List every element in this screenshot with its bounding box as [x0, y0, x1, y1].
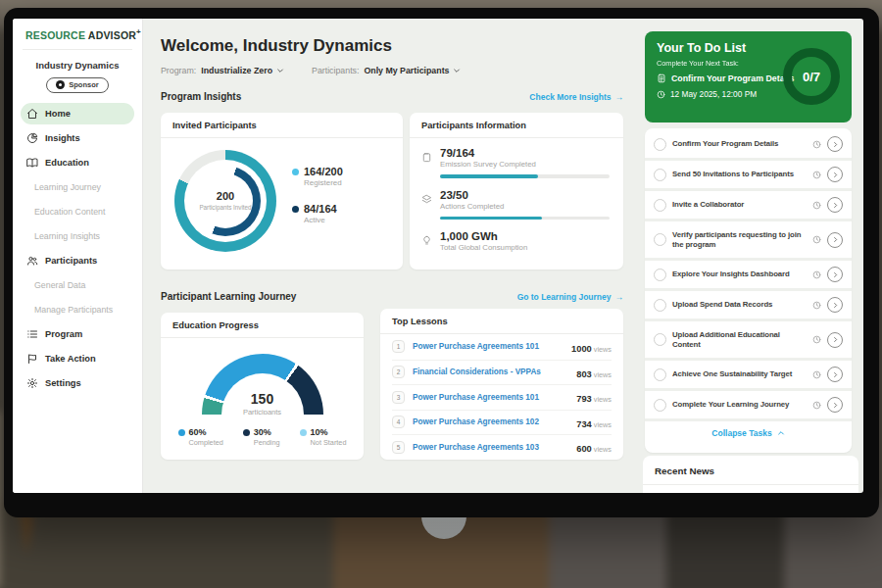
sidebar-item-label: Participants: [45, 256, 97, 266]
legend-active: 84/164 Active: [292, 203, 343, 224]
task-checkbox[interactable]: [654, 169, 666, 181]
chevron-right-icon: [832, 141, 839, 148]
insights-icon: [26, 132, 38, 144]
take-action-icon: [26, 353, 38, 365]
task-open-button[interactable]: [827, 232, 843, 248]
lesson-row: 2 Financial Considerations - VPPAs 803vi…: [392, 360, 612, 385]
sidebar-item-education-content[interactable]: Education Content: [21, 201, 134, 222]
legend-completed: 60% Completed: [178, 427, 223, 447]
sidebar-item-home[interactable]: Home: [21, 103, 134, 124]
chevron-right-icon: [832, 371, 839, 378]
invited-participants-card: Invited Participants 200 Participants In…: [161, 113, 403, 270]
task-open-button[interactable]: [827, 397, 843, 413]
sidebar-item-take-action[interactable]: Take Action: [21, 348, 134, 369]
lesson-link[interactable]: Power Purchase Agreements 103: [413, 443, 568, 452]
invited-participants-body: 200 Participants Invited 164/200 Registe…: [161, 138, 403, 252]
sidebar-item-program[interactable]: Program: [21, 323, 134, 345]
sidebar-item-label: Learning Journey: [34, 182, 101, 192]
task-row: Complete Your Learning Journey: [645, 391, 852, 421]
document-icon: [657, 74, 666, 83]
lesson-views: 600: [576, 444, 592, 454]
lesson-views: 793: [576, 394, 592, 404]
task-checkbox[interactable]: [654, 399, 666, 412]
education-icon: [26, 157, 38, 169]
sidebar-item-label: Learning Insights: [34, 231, 100, 241]
legend-dot: [178, 429, 185, 436]
program-filter: Program: Industrialize Zero: [161, 66, 284, 75]
lesson-link[interactable]: Financial Considerations - VPPAs: [413, 368, 568, 376]
lesson-link[interactable]: Power Purchase Agreements 101: [413, 393, 568, 402]
sidebar-nav: Home Insights Education Learning Journey…: [13, 103, 142, 394]
legend-value: 30%: [254, 427, 271, 437]
stat-value: 23/50: [440, 189, 610, 201]
lesson-row: 3 Power Purchase Agreements 101 793views: [392, 384, 612, 410]
sidebar-item-general-data[interactable]: General Data: [21, 274, 134, 296]
task-open-button[interactable]: [827, 367, 843, 382]
lightbulb-icon: [421, 232, 432, 252]
task-open-button[interactable]: [827, 136, 843, 152]
top-lessons-card: Top Lessons 1 Power Purchase Agreements …: [380, 309, 623, 460]
sidebar-item-manage-participants[interactable]: Manage Participants: [21, 299, 134, 320]
chevron-right-icon: [832, 202, 839, 209]
arrow-right-icon: →: [615, 292, 624, 302]
go-to-learning-journey-link[interactable]: Go to Learning Journey →: [517, 292, 623, 302]
task-checkbox[interactable]: [654, 333, 666, 346]
lesson-row: 1 Power Purchase Agreements 101 1000view…: [392, 334, 612, 360]
task-open-button[interactable]: [827, 167, 843, 182]
legend-dot: [292, 169, 299, 175]
dashboard-screen: RESOURCE ADVISOR+ Industry Dynamics Spon…: [13, 19, 863, 493]
clock-icon: [812, 335, 821, 344]
participants-select[interactable]: Only My Participants: [364, 66, 461, 75]
legend-label: Pending: [254, 438, 280, 447]
learning-journey-header: Participant Learning Journey Go to Learn…: [161, 291, 623, 302]
card-title: Invited Participants: [161, 113, 403, 138]
legend-label: Completed: [189, 438, 223, 447]
actions-icon: [421, 191, 432, 220]
todo-progress-count: 0/7: [803, 70, 820, 84]
recent-news-title: Recent News: [643, 456, 858, 485]
task-label: Complete Your Learning Journey: [672, 400, 807, 410]
task-checkbox[interactable]: [654, 233, 666, 246]
task-open-button[interactable]: [827, 297, 843, 313]
gauge-center-label: Participants: [202, 408, 323, 415]
recent-news-card: Recent News: [643, 456, 858, 493]
sidebar-item-learning-insights[interactable]: Learning Insights: [21, 225, 134, 247]
stat-global-consumption: 1,000 GWh Total Global Consumption: [410, 221, 623, 254]
stat-label: Total Global Consumption: [440, 243, 610, 252]
task-open-button[interactable]: [827, 332, 843, 348]
sponsor-badge[interactable]: Sponsor: [46, 77, 109, 93]
lesson-views: 803: [576, 369, 592, 379]
task-open-button[interactable]: [827, 197, 843, 213]
task-checkbox[interactable]: [654, 199, 666, 212]
sidebar-item-settings[interactable]: Settings: [21, 372, 134, 394]
participants-select-value: Only My Participants: [364, 66, 449, 75]
task-checkbox[interactable]: [654, 269, 666, 281]
sidebar-item-label: Insights: [45, 133, 80, 143]
participants-icon: [26, 255, 38, 267]
task-checkbox[interactable]: [654, 138, 666, 151]
sidebar-item-insights[interactable]: Insights: [21, 127, 134, 149]
check-more-insights-link[interactable]: Check More Insights →: [529, 92, 623, 102]
donut-center-label: Participants Invited: [199, 204, 251, 212]
lesson-link[interactable]: Power Purchase Agreements 102: [413, 417, 568, 426]
lesson-row: 4 Power Purchase Agreements 102 734views: [392, 410, 612, 435]
program-select[interactable]: Industrialize Zero: [201, 66, 284, 75]
collapse-tasks-link[interactable]: Collapse Tasks: [645, 421, 852, 445]
sponsor-label: Sponsor: [69, 80, 98, 89]
sidebar-item-participants[interactable]: Participants: [21, 250, 134, 271]
legend-label: Active: [304, 216, 343, 224]
task-row: Invite a Collaborator: [645, 191, 852, 221]
brand-logo[interactable]: RESOURCE ADVISOR+: [13, 19, 142, 41]
program-insights-header: Program Insights Check More Insights →: [161, 91, 623, 102]
progress-bar: [440, 217, 610, 220]
sidebar-item-education[interactable]: Education: [21, 152, 134, 173]
sidebar-item-learning-journey[interactable]: Learning Journey: [21, 176, 134, 198]
org-name: Industry Dynamics: [13, 60, 142, 71]
task-row: Achieve One Sustainability Target: [645, 361, 852, 391]
task-open-button[interactable]: [827, 267, 843, 282]
brand-resource: RESOURCE: [25, 29, 85, 41]
task-checkbox[interactable]: [654, 368, 666, 381]
lesson-link[interactable]: Power Purchase Agreements 101: [413, 342, 564, 351]
task-checkbox[interactable]: [654, 299, 666, 312]
card-title: Education Progress: [161, 313, 364, 338]
